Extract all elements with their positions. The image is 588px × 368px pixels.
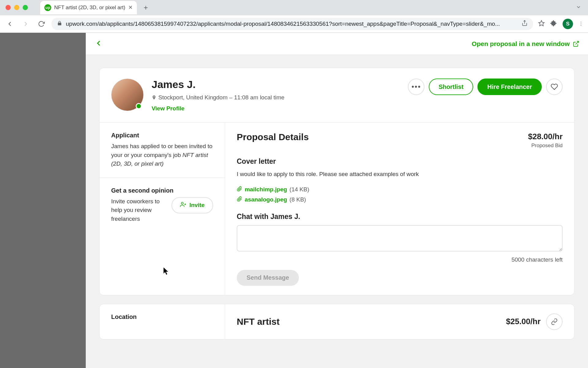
menu-icon[interactable]: ⋮ (579, 21, 584, 27)
share-icon[interactable] (522, 20, 528, 28)
url-text: upwork.com/ab/applicants/148065381599740… (66, 21, 500, 27)
link-icon (551, 318, 558, 325)
forward-button[interactable] (20, 18, 31, 29)
chat-heading: Chat with James J. (237, 213, 563, 221)
attachment-name[interactable]: asanalogo.jpeg (245, 196, 287, 203)
tab-title: NFT artist (2D, 3D, or pixel art) (54, 5, 125, 11)
reload-button[interactable] (36, 19, 47, 29)
extensions-icon[interactable] (550, 20, 557, 28)
applicant-title: Applicant (111, 132, 213, 139)
tab-overflow-icon[interactable] (576, 4, 581, 11)
avatar[interactable] (111, 79, 144, 111)
browser-chrome: up NFT artist (2D, 3D, or pixel art) ✕ +… (0, 0, 588, 33)
cover-letter-heading: Cover letter (237, 157, 563, 166)
proposal-heading: Proposal Details (237, 132, 309, 142)
char-counter: 5000 characters left (237, 256, 563, 263)
proposal-two-col: Applicant James has applied to or been i… (100, 122, 574, 295)
external-link-icon (573, 40, 579, 47)
invite-label: Invite (189, 202, 205, 209)
heart-icon (551, 83, 558, 90)
opinion-desc: Invite coworkers to help you review free… (111, 197, 166, 224)
invite-icon (180, 201, 186, 209)
attachment-row: mailchimp.jpeg (14 KB) (237, 186, 563, 193)
close-tab-icon[interactable]: ✕ (128, 4, 133, 11)
attachment-name[interactable]: mailchimp.jpeg (245, 186, 287, 193)
more-actions-button[interactable]: ••• (408, 79, 424, 95)
close-window-icon[interactable] (6, 5, 11, 10)
hire-button[interactable]: Hire Freelancer (477, 79, 542, 95)
open-new-window-link[interactable]: Open proposal in a new window (472, 40, 579, 48)
cover-letter-text: I would like to apply to this role. Plea… (237, 170, 563, 179)
proposal-section: Proposal Details $28.00/hr Proposed Bid … (225, 123, 574, 295)
name-block: James J. Stockport, United Kingdom – 11:… (152, 79, 285, 112)
paperclip-icon (237, 196, 242, 203)
browser-tab[interactable]: up NFT artist (2D, 3D, or pixel art) ✕ (40, 1, 137, 14)
bid-block: $28.00/hr Proposed Bid (528, 132, 563, 149)
panel-header: Open proposal in a new window (86, 33, 588, 55)
favorite-button[interactable] (546, 79, 563, 95)
role-rate: $25.00/hr (506, 317, 541, 326)
applicant-section: Applicant James has applied to or been i… (100, 123, 225, 178)
location-line: Stockport, United Kingdom – 11:08 am loc… (152, 94, 285, 101)
bookmark-icon[interactable] (538, 20, 545, 28)
maximize-window-icon[interactable] (23, 5, 28, 10)
profile-actions: ••• Shortlist Hire Freelancer (408, 79, 563, 95)
url-input[interactable]: upwork.com/ab/applicants/148065381599740… (51, 18, 533, 30)
back-button[interactable] (4, 18, 15, 29)
left-column: Applicant James has applied to or been i… (100, 123, 225, 295)
opinion-title: Get a second opinion (111, 187, 213, 194)
page-viewport: Open proposal in a new window James J. (0, 33, 588, 368)
send-message-button[interactable]: Send Message (237, 270, 299, 286)
location-text: Stockport, United Kingdom – 11:08 am loc… (158, 94, 285, 101)
proposal-panel: Open proposal in a new window James J. (86, 33, 588, 368)
address-bar: upwork.com/ab/applicants/148065381599740… (0, 15, 588, 33)
svg-line-2 (575, 41, 579, 44)
attachment-size: (14 KB) (289, 186, 309, 193)
bid-amount: $28.00/hr (528, 132, 563, 141)
hire-label: Hire Freelancer (487, 83, 532, 90)
view-profile-link[interactable]: View Profile (152, 105, 184, 112)
minimize-window-icon[interactable] (14, 5, 19, 10)
shortlist-button[interactable]: Shortlist (429, 79, 473, 95)
freelancer-name: James J. (152, 79, 285, 90)
tab-bar: up NFT artist (2D, 3D, or pixel art) ✕ + (0, 0, 588, 15)
copy-link-button[interactable] (546, 313, 563, 330)
back-icon[interactable] (94, 39, 103, 49)
chat-input[interactable] (237, 225, 563, 251)
right-column: Proposal Details $28.00/hr Proposed Bid … (225, 123, 574, 295)
opinion-section: Get a second opinion Invite coworkers to… (100, 178, 225, 233)
favicon-icon: up (44, 4, 51, 11)
svg-marker-1 (539, 21, 544, 26)
ellipsis-icon: ••• (412, 82, 421, 91)
applicant-desc: James has applied to or been invited to … (111, 142, 213, 168)
attachment-row: asanalogo.jpeg (8 KB) (237, 196, 563, 203)
invite-button[interactable]: Invite (172, 197, 213, 213)
panel-content: James J. Stockport, United Kingdom – 11:… (86, 55, 588, 368)
open-new-window-label: Open proposal in a new window (472, 40, 570, 48)
online-status-icon (136, 103, 142, 109)
toolbar-right: S ⋮ (538, 19, 584, 29)
window-controls (6, 5, 28, 10)
shortlist-label: Shortlist (439, 83, 463, 90)
role-card: Location NFT artist $25.00/hr (99, 304, 575, 339)
new-tab-button[interactable]: + (140, 3, 152, 12)
location-section: Location (100, 304, 225, 333)
lock-icon (57, 21, 62, 27)
role-title: NFT artist (237, 316, 280, 327)
attachment-size: (8 KB) (289, 196, 306, 203)
role-section: NFT artist $25.00/hr (225, 304, 574, 339)
send-message-label: Send Message (247, 274, 289, 281)
profile-card: James J. Stockport, United Kingdom – 11:… (99, 68, 575, 295)
location-heading: Location (111, 313, 213, 320)
profile-initial: S (566, 21, 569, 27)
svg-point-3 (181, 202, 183, 204)
bid-label: Proposed Bid (528, 143, 563, 149)
location-pin-icon (152, 94, 156, 101)
profile-avatar[interactable]: S (563, 19, 573, 29)
paperclip-icon (237, 186, 242, 193)
